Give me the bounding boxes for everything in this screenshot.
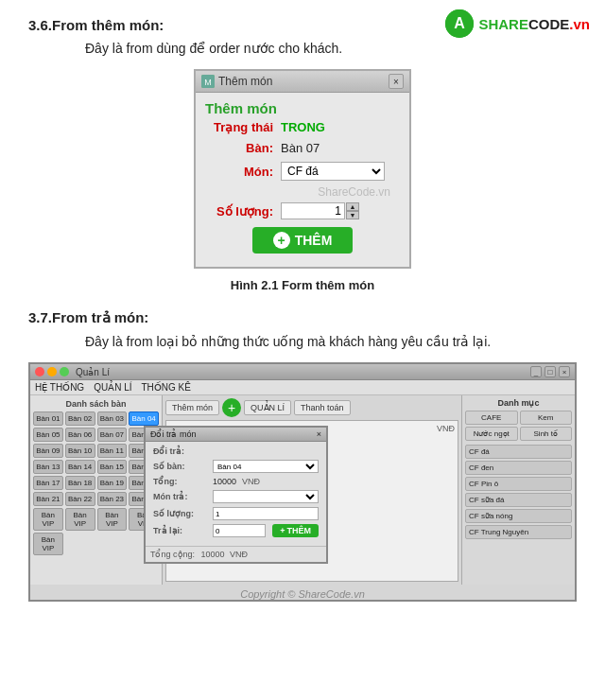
table-btn-13[interactable]: Bàn 13 xyxy=(33,460,63,474)
sub-so-luong-input[interactable] xyxy=(213,507,319,520)
sub-so-luong-row: Số lượng: xyxy=(153,507,319,520)
menu-quan-li[interactable]: QUẢN LÍ xyxy=(94,382,131,393)
thanh-toan-btn[interactable]: Thanh toán xyxy=(294,400,351,415)
dialog-icon: M xyxy=(201,75,215,88)
sub-so-luong-label: Số lượng: xyxy=(153,509,210,518)
table-btn-23[interactable]: Bàn 23 xyxy=(97,492,128,506)
item-cf-sua-da[interactable]: CF sữa đá xyxy=(465,493,572,507)
sub-so-ban-row: Số bàn: Bàn 04 xyxy=(153,460,319,473)
app-content: Danh sách bàn Bàn 01 Bàn 02 Bàn 03 Bàn 0… xyxy=(30,395,575,585)
table-btn-22[interactable]: Bàn 22 xyxy=(65,492,95,506)
table-btn-01[interactable]: Bàn 01 xyxy=(33,411,63,426)
doi-tra-close[interactable]: × xyxy=(317,429,321,439)
table-btn-17[interactable]: Bàn 17 xyxy=(33,476,63,490)
minimize-btn[interactable]: _ xyxy=(530,366,542,377)
them-mon-btn[interactable]: Thêm món xyxy=(165,400,219,415)
svg-text:M: M xyxy=(204,78,212,87)
logo: A SHARECODE.vn xyxy=(445,9,590,38)
table-btn-10[interactable]: Bàn 10 xyxy=(65,444,95,458)
menu-he-thong[interactable]: HỆ THỐNG xyxy=(35,382,84,393)
table-btn-vip2[interactable]: Bàn VIP xyxy=(65,508,95,531)
item-cf-da[interactable]: CF đá xyxy=(465,445,572,459)
cat-nuoc-ngot[interactable]: Nước ngọt xyxy=(465,427,518,441)
item-cf-den[interactable]: CF đen xyxy=(465,461,572,475)
table-btn-vip5[interactable]: Bàn VIP xyxy=(33,533,63,555)
sub-so-ban-label: Số bàn: xyxy=(153,462,210,471)
them-plus-icon: + xyxy=(273,232,290,249)
them-button[interactable]: + THÊM xyxy=(252,227,354,254)
table-btn-21[interactable]: Bàn 21 xyxy=(33,492,63,506)
quan-li-btn[interactable]: QUẢN LÍ xyxy=(244,400,291,415)
item-list: CF đá CF đen CF Pin ô CF sữa đá CF sữa n… xyxy=(465,445,572,539)
cat-sinh-to[interactable]: Sinh tố xyxy=(520,427,573,441)
so-luong-row: Số lượng: ▲ ▼ xyxy=(205,202,400,219)
section-36: 3.6.From thêm món: Đây là from dùng để o… xyxy=(28,17,577,292)
table-btn-vip1[interactable]: Bàn VIP xyxy=(33,508,63,531)
table-btn-03[interactable]: Bàn 03 xyxy=(97,411,128,426)
table-btn-05[interactable]: Bàn 05 xyxy=(33,428,63,442)
dialog-titlebar-left: M Thêm món xyxy=(201,75,272,88)
sub-bottom-value: 10000 xyxy=(201,550,225,559)
sub-tra-lai-input[interactable] xyxy=(213,524,266,537)
table-btn-06[interactable]: Bàn 06 xyxy=(65,428,95,442)
cat-cafe[interactable]: CAFE xyxy=(465,411,518,425)
trang-thai-label: Trạng thái xyxy=(205,120,273,134)
dot-yellow xyxy=(47,367,57,376)
sub-them-button[interactable]: + THÊM xyxy=(272,524,319,537)
figure-caption-36: Hình 2.1 Form thêm món xyxy=(28,278,577,292)
trang-thai-row: Trạng thái TRONG xyxy=(205,120,400,134)
app-title: Quản Lí xyxy=(76,367,110,377)
table-btn-19[interactable]: Bàn 19 xyxy=(97,476,128,490)
table-btn-04[interactable]: Bàn 04 xyxy=(129,411,159,426)
dialog-close-button[interactable]: × xyxy=(389,74,404,89)
add-button[interactable]: + xyxy=(222,398,241,417)
so-luong-input[interactable] xyxy=(281,202,345,219)
sub-tong-row: Tổng: 10000 VNĐ xyxy=(153,477,319,486)
close-btn[interactable]: × xyxy=(559,366,570,377)
sub-tra-lai-label: Trả lại: xyxy=(153,526,210,535)
table-btn-18[interactable]: Bàn 18 xyxy=(65,476,95,490)
dialog-body: Thêm món Trạng thái TRONG Bàn: Bàn 07 Mó… xyxy=(196,93,409,267)
table-btn-vip3[interactable]: Bàn VIP xyxy=(97,508,128,531)
dialog-title: Thêm món xyxy=(218,75,272,88)
menu-thong-ke[interactable]: THỐNG KÊ xyxy=(142,382,191,393)
sub-so-ban-select[interactable]: Bàn 04 xyxy=(213,460,319,473)
svg-text:A: A xyxy=(455,15,466,31)
spin-buttons: ▲ ▼ xyxy=(346,202,359,219)
sub-mon-tra-select[interactable] xyxy=(213,490,319,503)
item-cf-sua-nong[interactable]: CF sữa nóng xyxy=(465,509,572,523)
app-screenshot: Quản Lí _ □ × HỆ THỐNG QUẢN LÍ THỐNG KÊ … xyxy=(28,362,577,602)
sub-mon-tra-row: Món trả: xyxy=(153,490,319,503)
them-btn-row: + THÊM xyxy=(205,227,400,254)
cat-kem[interactable]: Kem xyxy=(520,411,573,425)
sub-bottom-unit: VNĐ xyxy=(230,550,248,559)
table-btn-11[interactable]: Bàn 11 xyxy=(97,444,128,458)
info-unit: VNĐ xyxy=(437,424,455,433)
table-btn-15[interactable]: Bàn 15 xyxy=(97,460,128,474)
sub-plus-icon: + xyxy=(280,526,285,535)
table-btn-09[interactable]: Bàn 09 xyxy=(33,444,63,458)
sub-tong-unit: VNĐ xyxy=(242,477,260,486)
sub-bottom: Tổng cộng: 10000 VNĐ xyxy=(146,546,326,562)
dialog-form-title: Thêm món xyxy=(205,100,400,116)
section-37-heading: 3.7.From trả món: xyxy=(28,309,577,326)
item-cf-trung-nguyen[interactable]: CF Trung Nguyên xyxy=(465,525,572,539)
table-btn-07[interactable]: Bàn 07 xyxy=(97,428,128,442)
maximize-btn[interactable]: □ xyxy=(544,366,556,377)
ban-label: Bàn: xyxy=(205,141,273,155)
table-btn-02[interactable]: Bàn 02 xyxy=(65,411,95,426)
logo-icon: A xyxy=(445,9,474,38)
dot-green xyxy=(60,367,69,376)
section-37: 3.7.From trả món: Đây là from loại bỏ nh… xyxy=(28,309,577,602)
table-btn-14[interactable]: Bàn 14 xyxy=(65,460,95,474)
sub-tong-label: Tổng: xyxy=(153,477,210,486)
sub-mon-tra-label: Món trả: xyxy=(153,492,210,501)
spin-up-button[interactable]: ▲ xyxy=(346,202,359,211)
spin-down-button[interactable]: ▼ xyxy=(346,211,359,219)
app-window-controls: _ □ × xyxy=(530,366,570,377)
item-cf-pin-o[interactable]: CF Pin ô xyxy=(465,477,572,491)
section-36-desc: Đây là from dùng để order nước cho khách… xyxy=(85,41,577,56)
mon-select[interactable]: CF đá xyxy=(281,162,385,181)
right-sidebar-title: Danh mục xyxy=(465,398,572,408)
so-luong-label: Số lượng: xyxy=(205,204,273,219)
